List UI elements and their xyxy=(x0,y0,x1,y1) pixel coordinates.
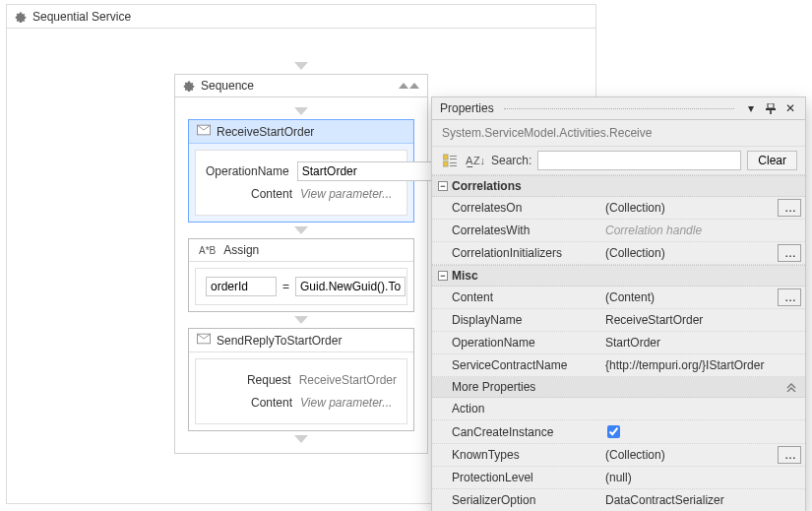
prop-protectionlevel[interactable]: ProtectionLevel (null) xyxy=(432,467,805,489)
operation-name-label: OperationName xyxy=(206,164,297,178)
svg-rect-7 xyxy=(450,159,457,160)
prop-operationname[interactable]: OperationName StartOrder xyxy=(432,332,805,354)
reply-content-label: Content xyxy=(206,396,300,410)
view-parameter-link[interactable]: View parameter... xyxy=(300,184,397,204)
properties-title: Properties xyxy=(440,101,494,115)
svg-rect-3 xyxy=(766,108,776,110)
prop-label: Action xyxy=(432,399,599,418)
more-properties-row[interactable]: More Properties xyxy=(432,377,805,398)
ellipsis-button[interactable]: … xyxy=(778,244,801,262)
prop-value[interactable]: {http://tempuri.org/}IStartOrder xyxy=(603,356,801,374)
prop-label: CorrelatesOn xyxy=(432,198,599,218)
more-properties-label: More Properties xyxy=(452,380,535,394)
properties-panel: Properties ▾ ✕ System.ServiceModel.Activ… xyxy=(431,96,806,511)
prop-serializeroption[interactable]: SerializerOption DataContractSerializer xyxy=(432,489,805,511)
drop-indicator-icon xyxy=(294,107,308,115)
category-correlations[interactable]: − Correlations xyxy=(432,176,805,197)
prop-displayname[interactable]: DisplayName ReceiveStartOrder xyxy=(432,309,805,332)
clear-button[interactable]: Clear xyxy=(747,151,797,170)
prop-action[interactable]: Action xyxy=(432,398,805,420)
grip-line xyxy=(504,108,734,109)
designer-header: Sequential Service xyxy=(7,5,595,29)
properties-toolbar: A̲Z↓ Search: Clear xyxy=(432,146,805,175)
ellipsis-button[interactable]: … xyxy=(778,446,801,464)
svg-rect-5 xyxy=(443,155,448,160)
prop-value[interactable]: StartOrder xyxy=(603,334,801,351)
sequence-activity[interactable]: Sequence ReceiveStartOrder Operatio xyxy=(174,74,428,454)
expand-icon[interactable] xyxy=(785,380,797,394)
prop-value[interactable]: DataContractSerializer xyxy=(603,491,801,509)
ellipsis-button[interactable]: … xyxy=(778,199,801,217)
assign-title: Assign xyxy=(223,243,259,257)
equals-label: = xyxy=(282,280,289,293)
reply-view-parameter-link[interactable]: View parameter... xyxy=(300,393,397,413)
sendreply-activity[interactable]: SendReplyToStartOrder Request ReceiveSta… xyxy=(188,328,414,431)
prop-value[interactable] xyxy=(603,400,801,417)
workflow-icon xyxy=(15,11,27,23)
svg-rect-9 xyxy=(450,162,457,163)
prop-label: DisplayName xyxy=(432,310,599,330)
prop-value: (Collection) xyxy=(603,199,774,217)
prop-correlateson[interactable]: CorrelatesOn (Collection)… xyxy=(432,197,805,220)
prop-label: ServiceContractName xyxy=(432,355,599,375)
svg-rect-8 xyxy=(443,161,448,166)
drop-indicator-icon xyxy=(294,62,308,70)
receive-icon xyxy=(197,124,211,139)
assign-activity[interactable]: A*B Assign = xyxy=(188,238,414,312)
assign-to-input[interactable] xyxy=(206,277,277,296)
prop-value[interactable]: (null) xyxy=(603,469,801,486)
assign-value-input[interactable] xyxy=(295,277,406,296)
assign-icon: A*B xyxy=(197,245,218,256)
prop-label: SerializerOption xyxy=(432,490,599,510)
categorized-button[interactable] xyxy=(440,151,460,170)
svg-rect-6 xyxy=(450,156,457,157)
prop-content[interactable]: Content (Content)… xyxy=(432,287,805,309)
prop-servicecontractname[interactable]: ServiceContractName {http://tempuri.org/… xyxy=(432,354,805,377)
prop-label: CorrelationInitializers xyxy=(432,243,599,263)
prop-label: KnownTypes xyxy=(432,445,599,465)
receive-header[interactable]: ReceiveStartOrder xyxy=(189,120,413,144)
sequence-title: Sequence xyxy=(201,79,254,93)
dropdown-icon[interactable]: ▾ xyxy=(744,101,758,115)
prop-correlateswith[interactable]: CorrelatesWith Correlation handle xyxy=(432,220,805,242)
collapse-button[interactable] xyxy=(399,83,419,89)
alphabetical-button[interactable]: A̲Z↓ xyxy=(466,151,485,170)
collapse-toggle-icon[interactable]: − xyxy=(438,181,448,191)
sequence-icon xyxy=(183,80,195,92)
sendreply-title: SendReplyToStartOrder xyxy=(217,334,342,348)
prop-knowntypes[interactable]: KnownTypes (Collection)… xyxy=(432,444,805,467)
assign-header[interactable]: A*B Assign xyxy=(189,239,413,262)
pin-icon[interactable] xyxy=(764,101,778,115)
ellipsis-button[interactable]: … xyxy=(778,288,801,306)
search-label: Search: xyxy=(491,154,531,167)
request-label: Request xyxy=(206,373,299,387)
collapse-toggle-icon[interactable]: − xyxy=(438,271,448,281)
sendreply-header[interactable]: SendReplyToStartOrder xyxy=(189,329,413,352)
prop-cancreateinstance[interactable]: CanCreateInstance xyxy=(432,420,805,444)
prop-label: Content xyxy=(432,287,599,307)
close-icon[interactable]: ✕ xyxy=(783,101,797,115)
prop-label: ProtectionLevel xyxy=(432,468,599,487)
cancreateinstance-checkbox[interactable] xyxy=(607,425,620,438)
search-input[interactable] xyxy=(537,151,741,170)
sequence-header[interactable]: Sequence xyxy=(175,75,427,97)
prop-value[interactable]: ReceiveStartOrder xyxy=(603,311,801,329)
sendreply-icon xyxy=(197,333,211,348)
content-label: Content xyxy=(206,187,300,201)
designer-title: Sequential Service xyxy=(32,10,131,24)
prop-value: (Content) xyxy=(603,288,774,306)
properties-titlebar[interactable]: Properties ▾ ✕ xyxy=(432,97,805,120)
request-value: ReceiveStartOrder xyxy=(299,370,397,390)
prop-label: OperationName xyxy=(432,333,599,352)
receive-title: ReceiveStartOrder xyxy=(217,125,314,139)
properties-type: System.ServiceModel.Activities.Receive xyxy=(432,120,805,146)
category-misc[interactable]: − Misc xyxy=(432,266,805,287)
svg-rect-2 xyxy=(768,103,774,108)
drop-indicator-icon xyxy=(294,435,308,443)
prop-value[interactable]: Correlation handle xyxy=(603,222,801,239)
drop-indicator-icon xyxy=(294,316,308,324)
receive-activity[interactable]: ReceiveStartOrder OperationName Content … xyxy=(188,119,414,223)
category-correlations-label: Correlations xyxy=(452,179,522,193)
prop-correlationinitializers[interactable]: CorrelationInitializers (Collection)… xyxy=(432,242,805,265)
drop-indicator-icon xyxy=(294,226,308,234)
